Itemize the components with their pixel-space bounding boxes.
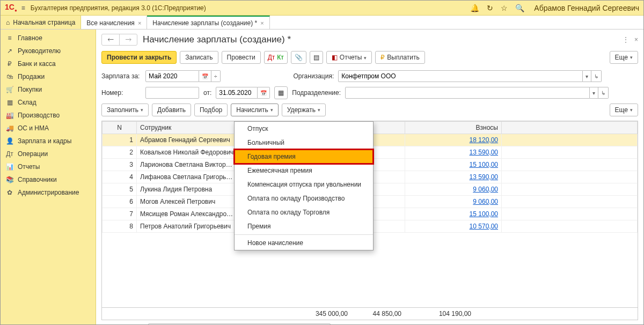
withhold-dropdown[interactable]: Удержать xyxy=(282,104,326,116)
sidebar-icon: 👤 xyxy=(6,137,13,145)
sidebar-item-5[interactable]: ▦Склад xyxy=(1,96,96,109)
cell-n: 6 xyxy=(103,196,137,208)
menu-icon[interactable]: ≡ xyxy=(21,4,25,12)
number-input[interactable] xyxy=(145,87,199,99)
sidebar-item-label: Руководителю xyxy=(18,47,61,55)
date-input[interactable] xyxy=(216,87,258,99)
more-grid-button[interactable]: Еще xyxy=(610,104,638,116)
cell-n: 8 xyxy=(103,220,137,233)
close-icon[interactable]: × xyxy=(138,20,141,26)
sidebar-item-label: Зарплата и кадры xyxy=(18,137,71,145)
app-title: Бухгалтерия предприятия, редакция 3.0 (1… xyxy=(31,4,471,12)
post-button[interactable]: Провести xyxy=(222,51,261,64)
fill-dropdown[interactable]: Заполнить xyxy=(101,104,149,116)
contribution-link[interactable]: 13 590,00 xyxy=(408,149,498,156)
back-button[interactable]: 🡐 xyxy=(102,34,120,45)
reports-dropdown[interactable]: ◧ Отчеты xyxy=(326,51,372,64)
open-ref-icon[interactable]: ↳ xyxy=(598,87,609,99)
accrue-menu-item[interactable]: Оплата по окладу Производство xyxy=(235,191,373,205)
add-button[interactable]: Добавить xyxy=(152,104,191,116)
payout-button[interactable]: ₽ Выплатить xyxy=(375,51,425,64)
sidebar-item-11[interactable]: 📚Справочники xyxy=(1,173,96,186)
cell-n: 3 xyxy=(103,159,137,171)
more-button[interactable]: Еще xyxy=(610,51,638,64)
tab-salary-accrual[interactable]: Начисление зарплаты (создание) * × xyxy=(147,16,269,29)
star-icon[interactable]: ☆ xyxy=(501,4,508,12)
organization-input[interactable] xyxy=(338,70,583,82)
sidebar-item-7[interactable]: 🚚ОС и НМА xyxy=(1,122,96,135)
dk-icon-button[interactable]: ДтКт xyxy=(264,51,288,64)
sidebar-item-0[interactable]: ≡Главное xyxy=(1,32,96,45)
total-contrib: 104 190,00 xyxy=(405,308,474,320)
contribution-link[interactable]: 15 100,00 xyxy=(408,161,498,168)
nav-back-forward: 🡐 🡒 xyxy=(101,34,137,46)
bell-icon[interactable]: 🔔 xyxy=(470,4,479,12)
sidebar-item-6[interactable]: 🏭Производство xyxy=(1,109,96,122)
grid-totals: 345 000,00 44 850,00 104 190,00 xyxy=(102,307,638,320)
close-icon[interactable]: × xyxy=(260,20,264,26)
sidebar-item-1[interactable]: ↗Руководителю xyxy=(1,45,96,57)
department-input[interactable] xyxy=(345,87,590,99)
sidebar-item-9[interactable]: ДтОперации xyxy=(1,147,96,160)
open-ref-icon[interactable]: ↳ xyxy=(591,70,602,82)
sidebar-item-label: Справочники xyxy=(18,176,57,183)
contribution-link[interactable]: 15 100,00 xyxy=(408,210,498,218)
accrue-menu-item[interactable]: Новое начисление xyxy=(235,236,373,250)
calendar-icon[interactable]: 📅 xyxy=(199,70,211,82)
search-icon[interactable]: 🔍 xyxy=(515,4,524,12)
sidebar-icon: 🚚 xyxy=(6,124,13,132)
contribution-link[interactable]: 10 570,00 xyxy=(408,223,498,230)
kebab-icon[interactable]: ⋮ xyxy=(623,36,629,43)
sidebar-item-8[interactable]: 👤Зарплата и кадры xyxy=(1,135,96,147)
salary-period-input[interactable] xyxy=(145,70,199,82)
sidebar-item-12[interactable]: ✿Администрирование xyxy=(1,186,96,199)
stepper-icon[interactable]: ÷ xyxy=(211,70,221,82)
sidebar-item-label: Операции xyxy=(18,150,48,158)
structure-icon[interactable]: ▤ xyxy=(310,51,323,64)
attach-icon[interactable]: 📎 xyxy=(291,51,306,64)
accrue-menu-item[interactable]: Премия xyxy=(235,219,373,233)
sidebar-icon: ₽ xyxy=(6,60,13,68)
accrue-menu-item[interactable]: Компенсация отпуска при увольнении xyxy=(235,178,373,191)
accrue-menu-item[interactable]: Годовая премия xyxy=(235,150,373,164)
calendar-icon[interactable]: 📅 xyxy=(258,87,270,99)
app-titlebar: 1C● ≡ Бухгалтерия предприятия, редакция … xyxy=(1,1,643,16)
accrue-menu-item[interactable]: Оплата по окладу Торговля xyxy=(235,205,373,219)
sidebar-item-10[interactable]: 📊Отчеты xyxy=(1,160,96,173)
post-and-close-button[interactable]: Провести и закрыть xyxy=(101,51,177,64)
contribution-link[interactable]: 9 060,00 xyxy=(408,198,498,205)
cell-n: 1 xyxy=(103,134,137,146)
contribution-link[interactable]: 13 590,00 xyxy=(408,173,498,181)
contribution-link[interactable]: 18 120,00 xyxy=(408,136,498,144)
dropdown-arrow-icon[interactable]: ▾ xyxy=(583,70,591,82)
page-title: Начисление зарплаты (создание) * xyxy=(143,34,291,45)
accrue-menu-item[interactable]: Отпуск xyxy=(235,122,373,136)
history-icon[interactable]: ↻ xyxy=(487,4,493,12)
salary-for-label: Зарплата за: xyxy=(101,72,141,80)
forward-button[interactable]: 🡒 xyxy=(120,34,137,45)
period-original-icon[interactable]: ▦ xyxy=(274,86,288,99)
close-page-icon[interactable]: × xyxy=(634,36,638,43)
sidebar-icon: 📚 xyxy=(6,176,13,183)
main-sidebar: ≡Главное↗Руководителю₽Банк и касса🛍Прода… xyxy=(1,29,96,325)
sidebar-item-label: Главное xyxy=(18,34,42,42)
col-contrib[interactable]: Взносы xyxy=(405,122,502,134)
tab-all-accruals[interactable]: Все начисления × xyxy=(81,16,147,29)
accrue-menu-item[interactable]: Ежемесячная премия xyxy=(235,164,373,178)
sidebar-item-2[interactable]: ₽Банк и касса xyxy=(1,57,96,70)
tab-label: Начисление зарплаты (создание) * xyxy=(152,19,257,27)
sidebar-item-3[interactable]: 🛍Продажи xyxy=(1,70,96,83)
col-n[interactable]: N xyxy=(103,122,137,134)
contribution-link[interactable]: 9 060,00 xyxy=(408,186,498,193)
pick-button[interactable]: Подбор xyxy=(194,104,228,116)
home-tab[interactable]: ⌂ Начальная страница xyxy=(1,16,81,29)
dropdown-arrow-icon[interactable]: ▾ xyxy=(590,87,598,99)
dept-label: Подразделение: xyxy=(292,89,341,97)
accrue-dropdown[interactable]: Начислить xyxy=(231,104,278,116)
sidebar-item-4[interactable]: 🛒Покупки xyxy=(1,83,96,96)
save-button[interactable]: Записать xyxy=(180,51,218,64)
current-user[interactable]: Абрамов Геннадий Сергеевич xyxy=(534,4,639,12)
sidebar-item-label: Покупки xyxy=(18,86,42,93)
sidebar-item-label: ОС и НМА xyxy=(18,124,49,132)
accrue-menu-item[interactable]: Больничный xyxy=(235,136,373,150)
